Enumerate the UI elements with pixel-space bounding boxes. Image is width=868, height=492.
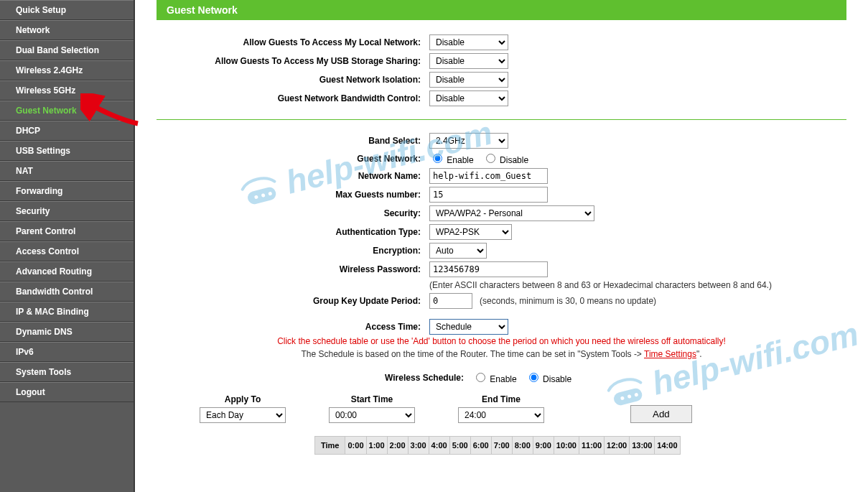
radio-guest-enable[interactable]: [433, 154, 442, 163]
select-auth-type[interactable]: WPA2-PSK: [429, 224, 512, 240]
select-band[interactable]: 2.4GHz: [429, 133, 508, 149]
sidebar-item-ip-mac-binding[interactable]: IP & MAC Binding: [0, 302, 134, 322]
schedule-hour-cell[interactable]: 10:00: [554, 437, 579, 455]
label-bw-control: Guest Network Bandwidth Control:: [157, 93, 429, 103]
label-isolation: Guest Network Isolation:: [157, 75, 429, 85]
label-network-name: Network Name:: [157, 171, 429, 181]
sidebar-item-quick-setup[interactable]: Quick Setup: [0, 0, 134, 20]
schedule-time-header: Time: [315, 437, 345, 455]
label-apply-to: Apply To: [200, 394, 286, 404]
sidebar-item-nat[interactable]: NAT: [0, 161, 134, 181]
radio-guest-enable-label[interactable]: Enable: [429, 152, 474, 165]
select-security[interactable]: WPA/WPA2 - Personal: [429, 205, 594, 221]
label-max-guests: Max Guests number:: [157, 190, 429, 200]
label-password: Wireless Password:: [157, 264, 429, 274]
schedule-hour-cell[interactable]: 0:00: [345, 437, 366, 455]
sidebar-item-wireless-2-4ghz[interactable]: Wireless 2.4GHz: [0, 60, 134, 80]
divider: [157, 119, 846, 120]
label-guest-network: Guest Network:: [157, 154, 429, 164]
select-bw-control[interactable]: Disable: [429, 90, 508, 106]
sidebar-item-security[interactable]: Security: [0, 201, 134, 221]
schedule-note: The Schedule is based on the time of the…: [157, 349, 846, 359]
label-allow-local: Allow Guests To Access My Local Network:: [157, 37, 429, 47]
schedule-hour-cell[interactable]: 11:00: [579, 437, 604, 455]
main-content: Guest Network Allow Guests To Access My …: [135, 0, 868, 492]
page-title: Guest Network: [157, 0, 846, 20]
select-allow-local[interactable]: Disable: [429, 34, 508, 50]
sidebar-item-usb-settings[interactable]: USB Settings: [0, 141, 134, 161]
schedule-hour-cell[interactable]: 2:00: [387, 437, 408, 455]
sidebar-item-ipv6[interactable]: IPv6: [0, 342, 134, 362]
select-start-time[interactable]: 00:00: [329, 407, 415, 423]
radio-guest-disable[interactable]: [486, 154, 495, 163]
input-gk-period[interactable]: [429, 293, 472, 309]
select-encryption[interactable]: Auto: [429, 243, 487, 259]
schedule-hour-cell[interactable]: 5:00: [449, 437, 470, 455]
select-access-time[interactable]: Schedule: [429, 319, 508, 335]
label-wireless-schedule: Wireless Schedule:: [157, 373, 472, 383]
sidebar-item-dual-band-selection[interactable]: Dual Band Selection: [0, 40, 134, 60]
select-allow-usb[interactable]: Disable: [429, 53, 508, 69]
input-password[interactable]: [429, 261, 548, 277]
sidebar-item-access-control[interactable]: Access Control: [0, 241, 134, 261]
input-network-name[interactable]: [429, 168, 548, 184]
sidebar-item-parent-control[interactable]: Parent Control: [0, 221, 134, 241]
radio-ws-disable-label[interactable]: Disable: [526, 371, 571, 384]
sidebar-item-bandwidth-control[interactable]: Bandwidth Control: [0, 282, 134, 302]
schedule-hour-cell[interactable]: 13:00: [630, 437, 655, 455]
select-end-time[interactable]: 24:00: [458, 407, 544, 423]
schedule-hour-cell[interactable]: 4:00: [429, 437, 449, 455]
schedule-hour-cell[interactable]: 12:00: [605, 437, 630, 455]
label-auth-type: Authentication Type:: [157, 227, 429, 237]
radio-ws-enable[interactable]: [476, 373, 485, 382]
schedule-table[interactable]: Time0:001:002:003:004:005:006:007:008:00…: [314, 436, 681, 455]
schedule-hour-cell[interactable]: 14:00: [655, 437, 680, 455]
label-security: Security:: [157, 208, 429, 218]
label-start-time: Start Time: [329, 394, 415, 404]
sidebar-item-logout[interactable]: Logout: [0, 382, 134, 402]
time-settings-link[interactable]: Time Settings: [644, 349, 696, 359]
schedule-hour-cell[interactable]: 1:00: [366, 437, 387, 455]
sidebar-item-wireless-5ghz[interactable]: Wireless 5GHz: [0, 80, 134, 101]
label-encryption: Encryption:: [157, 246, 429, 256]
radio-ws-enable-label[interactable]: Enable: [472, 371, 517, 384]
select-apply-to[interactable]: Each Day: [200, 407, 286, 423]
sidebar: Quick SetupNetworkDual Band SelectionWir…: [0, 0, 135, 492]
schedule-hour-cell[interactable]: 8:00: [512, 437, 533, 455]
select-isolation[interactable]: Disable: [429, 72, 508, 88]
sidebar-item-network[interactable]: Network: [0, 20, 134, 40]
schedule-hour-cell[interactable]: 9:00: [533, 437, 554, 455]
schedule-red-note: Click the schedule table or use the 'Add…: [157, 336, 846, 346]
input-max-guests[interactable]: [429, 187, 548, 203]
label-access-time: Access Time:: [157, 322, 429, 332]
sidebar-item-dynamic-dns[interactable]: Dynamic DNS: [0, 322, 134, 342]
sidebar-item-guest-network[interactable]: Guest Network: [0, 101, 134, 121]
sidebar-item-advanced-routing[interactable]: Advanced Routing: [0, 261, 134, 282]
schedule-hour-cell[interactable]: 7:00: [491, 437, 512, 455]
sidebar-item-dhcp[interactable]: DHCP: [0, 121, 134, 141]
label-allow-usb: Allow Guests To Access My USB Storage Sh…: [157, 56, 429, 66]
password-hint: (Enter ASCII characters between 8 and 63…: [429, 280, 846, 290]
sidebar-item-forwarding[interactable]: Forwarding: [0, 181, 134, 201]
label-gk-period: Group Key Update Period:: [157, 296, 429, 306]
schedule-hour-cell[interactable]: 3:00: [408, 437, 429, 455]
gk-period-hint: (seconds, minimum is 30, 0 means no upda…: [480, 296, 656, 306]
add-button[interactable]: Add: [630, 405, 692, 423]
radio-guest-disable-label[interactable]: Disable: [482, 152, 528, 165]
label-band-select: Band Select:: [157, 136, 429, 146]
radio-ws-disable[interactable]: [529, 373, 538, 382]
label-end-time: End Time: [458, 394, 544, 404]
sidebar-item-system-tools[interactable]: System Tools: [0, 362, 134, 382]
schedule-hour-cell[interactable]: 6:00: [470, 437, 491, 455]
